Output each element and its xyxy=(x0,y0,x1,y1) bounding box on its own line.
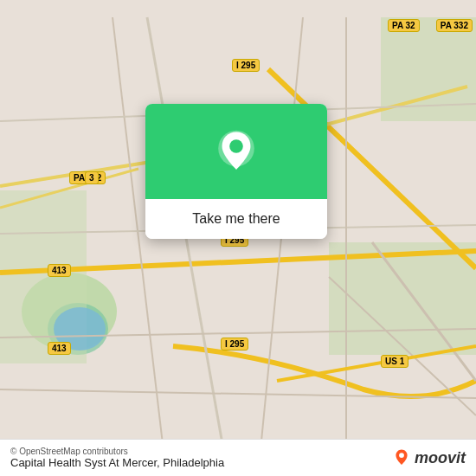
bottom-bar-left: © OpenStreetMap contributors Capital Hea… xyxy=(10,447,224,469)
location-pin-icon xyxy=(214,129,259,174)
moovit-pin-icon xyxy=(392,448,411,467)
osm-attribution: © OpenStreetMap contributors xyxy=(10,447,224,456)
road-label-rt413-top: 413 xyxy=(48,264,71,277)
bottom-bar: © OpenStreetMap contributors Capital Hea… xyxy=(0,439,476,476)
road-label-rt3: 3 xyxy=(85,171,99,184)
road-label-rt413-bot: 413 xyxy=(48,342,71,355)
moovit-logo: moovit xyxy=(392,448,466,467)
road-label-pa332-top: PA 332 xyxy=(436,19,473,32)
road-label-i295: I 295 xyxy=(232,59,260,72)
card-green-area xyxy=(145,104,327,199)
road-label-i295-bot: I 295 xyxy=(221,338,248,351)
road-label-pa32: PA 32 xyxy=(388,19,420,32)
take-me-there-card: Take me there xyxy=(145,104,327,239)
svg-point-25 xyxy=(399,453,404,458)
take-me-there-button[interactable]: Take me there xyxy=(145,199,327,239)
svg-point-24 xyxy=(229,139,243,153)
location-name: Capital Health Syst At Mercer, Philadelp… xyxy=(10,456,224,469)
road-label-us1: US 1 xyxy=(381,355,408,368)
moovit-text: moovit xyxy=(415,449,466,467)
map-container: I 295 PA 32 PA 332 PA 332 I 295 I 295 US… xyxy=(0,0,476,476)
